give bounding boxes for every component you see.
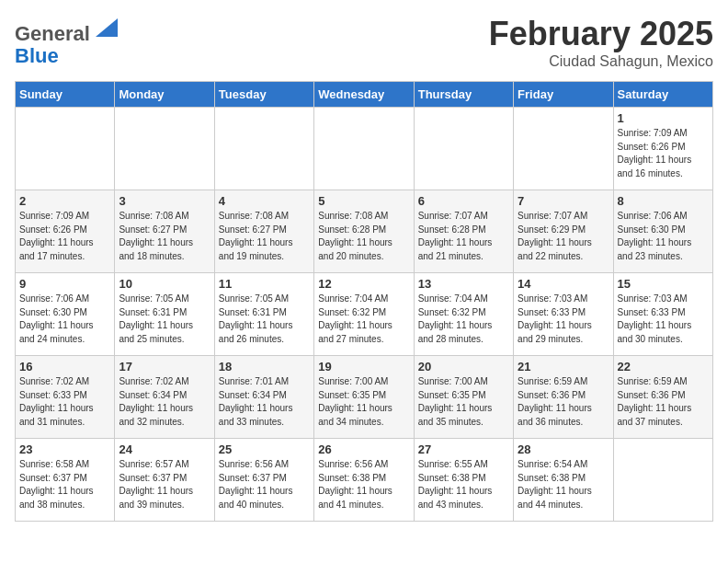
day-info: Sunrise: 7:09 AM Sunset: 6:26 PM Dayligh… [618,127,709,180]
calendar-cell: 15Sunrise: 7:03 AM Sunset: 6:33 PM Dayli… [613,273,712,356]
calendar-week-5: 23Sunrise: 6:58 AM Sunset: 6:37 PM Dayli… [16,439,713,522]
header-tuesday: Tuesday [214,82,313,108]
day-info: Sunrise: 7:06 AM Sunset: 6:30 PM Dayligh… [618,210,709,263]
day-info: Sunrise: 7:00 AM Sunset: 6:35 PM Dayligh… [418,375,509,429]
month-title: February 2025 [489,15,713,53]
calendar-cell: 13Sunrise: 7:04 AM Sunset: 6:32 PM Dayli… [414,273,513,356]
header-saturday: Saturday [613,82,712,108]
day-number: 9 [19,277,110,291]
calendar-body: 1Sunrise: 7:09 AM Sunset: 6:26 PM Daylig… [16,108,713,522]
day-info: Sunrise: 7:05 AM Sunset: 6:31 PM Dayligh… [119,293,210,346]
calendar-cell [514,108,613,190]
day-info: Sunrise: 7:09 AM Sunset: 6:26 PM Dayligh… [19,210,110,263]
calendar-cell [414,108,513,190]
calendar-cell: 27Sunrise: 6:55 AM Sunset: 6:38 PM Dayli… [414,439,513,522]
day-number: 18 [219,360,310,373]
day-number: 13 [418,277,509,291]
header-friday: Friday [514,82,613,108]
header-wednesday: Wednesday [314,82,414,108]
calendar-cell [16,108,115,190]
calendar-cell [314,108,414,190]
calendar-cell: 17Sunrise: 7:02 AM Sunset: 6:34 PM Dayli… [115,356,214,439]
day-number: 25 [219,442,310,456]
calendar-cell [214,108,313,190]
location-title: Ciudad Sahagun, Mexico [489,53,713,70]
day-number: 11 [219,277,310,291]
logo-blue: Blue [15,44,59,67]
day-number: 21 [518,360,609,373]
calendar-cell: 21Sunrise: 6:59 AM Sunset: 6:36 PM Dayli… [514,356,613,439]
day-info: Sunrise: 7:08 AM Sunset: 6:27 PM Dayligh… [119,210,210,263]
logo-general: General [15,22,90,45]
day-info: Sunrise: 7:04 AM Sunset: 6:32 PM Dayligh… [318,293,409,346]
calendar-cell: 19Sunrise: 7:00 AM Sunset: 6:35 PM Dayli… [314,356,414,439]
day-number: 15 [618,277,709,291]
day-info: Sunrise: 6:59 AM Sunset: 6:36 PM Dayligh… [618,375,709,429]
day-number: 26 [318,442,409,456]
day-info: Sunrise: 7:08 AM Sunset: 6:27 PM Dayligh… [219,210,310,263]
calendar-cell: 6Sunrise: 7:07 AM Sunset: 6:28 PM Daylig… [414,190,513,273]
calendar-cell: 1Sunrise: 7:09 AM Sunset: 6:26 PM Daylig… [613,108,712,190]
day-number: 28 [518,442,609,456]
day-info: Sunrise: 7:05 AM Sunset: 6:31 PM Dayligh… [219,293,310,346]
calendar-cell: 25Sunrise: 6:56 AM Sunset: 6:37 PM Dayli… [214,439,313,522]
day-info: Sunrise: 6:58 AM Sunset: 6:37 PM Dayligh… [19,458,110,511]
calendar-table: SundayMondayTuesdayWednesdayThursdayFrid… [15,81,713,522]
calendar-cell: 7Sunrise: 7:07 AM Sunset: 6:29 PM Daylig… [514,190,613,273]
page-header: General Blue February 2025 Ciudad Sahagu… [15,15,713,70]
logo: General Blue [15,15,118,67]
calendar-cell: 23Sunrise: 6:58 AM Sunset: 6:37 PM Dayli… [16,439,115,522]
day-number: 16 [19,360,110,373]
day-info: Sunrise: 6:54 AM Sunset: 6:38 PM Dayligh… [518,458,609,511]
header-thursday: Thursday [414,82,513,108]
calendar-week-4: 16Sunrise: 7:02 AM Sunset: 6:33 PM Dayli… [16,356,713,439]
day-number: 12 [318,277,409,291]
calendar-cell: 18Sunrise: 7:01 AM Sunset: 6:34 PM Dayli… [214,356,313,439]
day-info: Sunrise: 7:01 AM Sunset: 6:34 PM Dayligh… [219,375,310,429]
calendar-cell: 24Sunrise: 6:57 AM Sunset: 6:37 PM Dayli… [115,439,214,522]
day-number: 19 [318,360,409,373]
logo-icon [92,15,118,40]
calendar-cell: 5Sunrise: 7:08 AM Sunset: 6:28 PM Daylig… [314,190,414,273]
day-info: Sunrise: 7:04 AM Sunset: 6:32 PM Dayligh… [418,293,509,346]
title-block: February 2025 Ciudad Sahagun, Mexico [489,15,713,70]
day-number: 6 [418,194,509,208]
day-info: Sunrise: 7:02 AM Sunset: 6:33 PM Dayligh… [19,375,110,429]
calendar-cell: 22Sunrise: 6:59 AM Sunset: 6:36 PM Dayli… [613,356,712,439]
day-info: Sunrise: 6:59 AM Sunset: 6:36 PM Dayligh… [518,375,609,429]
day-info: Sunrise: 7:06 AM Sunset: 6:30 PM Dayligh… [19,293,110,346]
calendar-cell: 20Sunrise: 7:00 AM Sunset: 6:35 PM Dayli… [414,356,513,439]
day-number: 10 [119,277,210,291]
day-number: 27 [418,442,509,456]
day-info: Sunrise: 7:08 AM Sunset: 6:28 PM Dayligh… [318,210,409,263]
day-info: Sunrise: 6:55 AM Sunset: 6:38 PM Dayligh… [418,458,509,511]
day-number: 4 [219,194,310,208]
calendar-cell: 28Sunrise: 6:54 AM Sunset: 6:38 PM Dayli… [514,439,613,522]
calendar-cell [115,108,214,190]
calendar-week-3: 9Sunrise: 7:06 AM Sunset: 6:30 PM Daylig… [16,273,713,356]
svg-marker-0 [96,18,118,37]
calendar-cell [613,439,712,522]
header-sunday: Sunday [16,82,115,108]
day-number: 7 [518,194,609,208]
calendar-cell: 9Sunrise: 7:06 AM Sunset: 6:30 PM Daylig… [16,273,115,356]
day-info: Sunrise: 6:57 AM Sunset: 6:37 PM Dayligh… [119,458,210,511]
day-number: 3 [119,194,210,208]
calendar-week-2: 2Sunrise: 7:09 AM Sunset: 6:26 PM Daylig… [16,190,713,273]
calendar-cell: 2Sunrise: 7:09 AM Sunset: 6:26 PM Daylig… [16,190,115,273]
day-number: 20 [418,360,509,373]
day-number: 5 [318,194,409,208]
day-number: 1 [618,111,709,125]
calendar-header-row: SundayMondayTuesdayWednesdayThursdayFrid… [16,82,713,108]
day-number: 2 [19,194,110,208]
calendar-cell: 11Sunrise: 7:05 AM Sunset: 6:31 PM Dayli… [214,273,313,356]
calendar-cell: 3Sunrise: 7:08 AM Sunset: 6:27 PM Daylig… [115,190,214,273]
day-info: Sunrise: 6:56 AM Sunset: 6:37 PM Dayligh… [219,458,310,511]
calendar-cell: 4Sunrise: 7:08 AM Sunset: 6:27 PM Daylig… [214,190,313,273]
calendar-cell: 14Sunrise: 7:03 AM Sunset: 6:33 PM Dayli… [514,273,613,356]
day-info: Sunrise: 7:00 AM Sunset: 6:35 PM Dayligh… [318,375,409,429]
day-number: 22 [618,360,709,373]
day-number: 24 [119,442,210,456]
day-info: Sunrise: 7:07 AM Sunset: 6:28 PM Dayligh… [418,210,509,263]
calendar-cell: 26Sunrise: 6:56 AM Sunset: 6:38 PM Dayli… [314,439,414,522]
